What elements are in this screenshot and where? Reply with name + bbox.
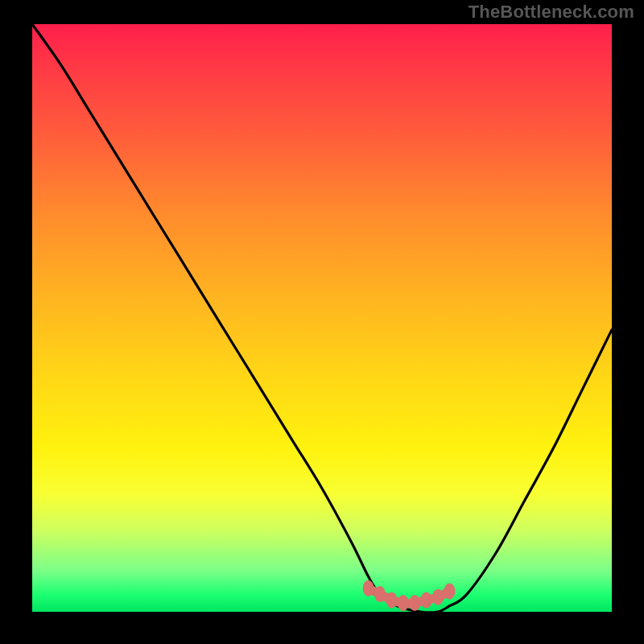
optimal-marker: [363, 580, 374, 597]
optimal-marker: [386, 592, 397, 608]
optimal-marker: [409, 595, 420, 611]
optimal-marker: [432, 589, 444, 605]
bottleneck-curve: [32, 24, 612, 613]
curve-layer: [32, 24, 612, 612]
optimal-range-markers: [363, 580, 456, 611]
optimal-marker: [421, 592, 432, 608]
watermark-text: TheBottleneck.com: [469, 2, 634, 23]
optimal-marker: [398, 595, 409, 611]
optimal-marker: [444, 584, 455, 600]
plot-area: [32, 24, 612, 612]
chart-frame: TheBottleneck.com: [0, 0, 644, 644]
optimal-marker: [374, 586, 386, 602]
